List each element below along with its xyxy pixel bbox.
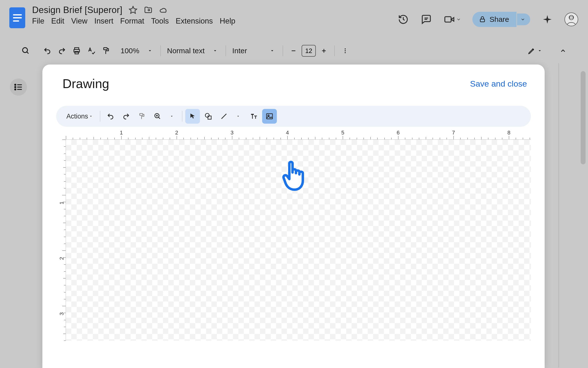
gemini-icon[interactable]: [541, 13, 553, 25]
docs-logo-icon: [13, 14, 22, 22]
line-dropdown-icon[interactable]: [231, 109, 245, 124]
comments-icon[interactable]: [420, 13, 432, 25]
svg-point-6: [565, 13, 578, 26]
chevron-down-icon: [456, 17, 461, 22]
menu-help[interactable]: Help: [220, 17, 235, 26]
more-options-icon[interactable]: [339, 44, 352, 57]
title-area: Design Brief [Superor] File Edit View In…: [32, 5, 397, 26]
svg-rect-34: [208, 116, 211, 119]
separator: [226, 45, 226, 56]
svg-rect-28: [140, 114, 143, 116]
paint-format-icon[interactable]: [135, 109, 149, 124]
pencil-icon: [528, 47, 536, 55]
menu-bar: File Edit View Insert Format Tools Exten…: [32, 17, 397, 26]
separator: [100, 111, 100, 122]
ruler-vertical: 123: [56, 140, 66, 341]
editing-mode-button[interactable]: [524, 45, 546, 57]
actions-menu[interactable]: Actions: [62, 109, 97, 124]
image-tool[interactable]: [262, 109, 277, 124]
video-icon: [443, 13, 455, 25]
move-folder-icon[interactable]: [144, 6, 153, 14]
page-edge: [558, 63, 559, 368]
separator: [160, 45, 161, 56]
textbox-tool[interactable]: [246, 109, 261, 124]
menu-tools[interactable]: Tools: [151, 17, 169, 26]
image-icon: [266, 112, 273, 120]
scrollbar-thumb[interactable]: [581, 71, 586, 164]
cloud-status-icon[interactable]: [159, 6, 168, 14]
document-title[interactable]: Design Brief [Superor]: [32, 5, 122, 15]
svg-point-9: [23, 48, 27, 53]
drawing-canvas[interactable]: [66, 140, 531, 341]
svg-point-33: [205, 113, 209, 117]
font-dropdown-icon[interactable]: [266, 44, 279, 57]
outline-toggle[interactable]: [10, 79, 27, 96]
svg-point-22: [15, 84, 16, 85]
line-tool[interactable]: [217, 109, 231, 124]
menu-insert[interactable]: Insert: [94, 17, 113, 26]
textbox-icon: [250, 112, 258, 120]
print-icon[interactable]: [70, 44, 83, 57]
share-group: Share: [472, 12, 530, 27]
ruler-horizontal: 12345678: [66, 130, 531, 140]
star-icon[interactable]: [129, 6, 137, 14]
redo-icon[interactable]: [119, 109, 134, 124]
svg-point-21: [345, 52, 346, 53]
share-dropdown[interactable]: [517, 13, 530, 25]
font-name[interactable]: Inter: [230, 47, 264, 55]
shapes-icon: [204, 112, 212, 120]
search-menus-icon[interactable]: [19, 44, 32, 57]
separator: [283, 45, 283, 56]
paragraph-style[interactable]: Normal text: [165, 47, 207, 55]
svg-rect-36: [267, 114, 272, 119]
drawing-toolbar: Actions: [56, 106, 531, 127]
history-icon[interactable]: [397, 13, 409, 25]
list-icon: [14, 82, 23, 92]
svg-line-10: [27, 52, 28, 53]
chevron-down-icon: [520, 17, 525, 22]
main-toolbar: 100% Normal text Inter 12: [7, 39, 581, 63]
shape-tool[interactable]: [201, 109, 216, 124]
paint-format-icon[interactable]: [99, 44, 113, 57]
docs-logo[interactable]: [9, 7, 25, 28]
chevron-down-icon: [538, 49, 542, 53]
menu-extensions[interactable]: Extensions: [176, 17, 213, 26]
svg-marker-0: [129, 6, 137, 13]
undo-icon[interactable]: [41, 44, 54, 57]
share-button[interactable]: Share: [472, 12, 516, 27]
svg-rect-3: [445, 17, 451, 22]
separator: [334, 45, 335, 56]
zoom-dropdown-icon[interactable]: [164, 109, 179, 124]
modal-title: Drawing: [62, 76, 109, 91]
font-size-decrease[interactable]: [287, 44, 300, 57]
menu-file[interactable]: File: [32, 17, 44, 26]
spellcheck-icon[interactable]: [85, 44, 98, 57]
undo-icon[interactable]: [103, 109, 118, 124]
redo-icon[interactable]: [55, 44, 69, 57]
svg-point-19: [345, 48, 346, 49]
svg-point-26: [15, 89, 16, 90]
save-and-close-button[interactable]: Save and close: [470, 79, 527, 89]
zoom-dropdown-icon[interactable]: [143, 44, 157, 57]
svg-line-35: [221, 114, 226, 119]
separator: [182, 111, 182, 122]
svg-rect-15: [104, 48, 107, 50]
menu-edit[interactable]: Edit: [51, 17, 64, 26]
menu-view[interactable]: View: [71, 17, 87, 26]
actions-label: Actions: [66, 113, 88, 120]
meet-button[interactable]: [443, 13, 461, 25]
zoom-icon[interactable]: [150, 109, 165, 124]
cursor-icon: [189, 113, 196, 120]
svg-rect-5: [480, 19, 485, 22]
chevron-down-icon: [89, 115, 93, 118]
font-size-increase[interactable]: [317, 44, 331, 57]
font-size-input[interactable]: 12: [302, 45, 316, 57]
collapse-toolbar-icon[interactable]: [557, 45, 569, 57]
zoom-value[interactable]: 100%: [118, 47, 142, 55]
menu-format[interactable]: Format: [120, 17, 144, 26]
account-avatar[interactable]: [564, 13, 578, 26]
svg-point-24: [15, 87, 16, 88]
canvas-area: 12345678 123: [56, 130, 531, 341]
style-dropdown-icon[interactable]: [208, 44, 222, 57]
select-tool[interactable]: [185, 109, 200, 124]
